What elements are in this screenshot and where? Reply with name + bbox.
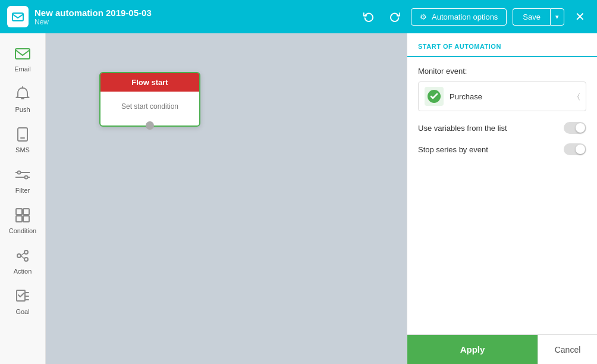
goal-label: Goal: [15, 308, 29, 315]
close-button[interactable]: ✕: [570, 7, 590, 26]
event-selector[interactable]: Purchase 〈: [418, 81, 586, 111]
sidebar-item-sms[interactable]: SMS: [2, 120, 43, 158]
toggle-variables[interactable]: [564, 122, 586, 134]
automation-options-button[interactable]: ⚙ Automation options: [411, 8, 507, 26]
close-icon: ✕: [575, 10, 585, 23]
svg-point-6: [18, 171, 21, 174]
toggle-variables-row: Use variables from the list: [418, 122, 586, 134]
automation-status: New: [34, 18, 353, 26]
svg-line-20: [21, 256, 24, 259]
redo-button[interactable]: [385, 8, 405, 26]
canvas[interactable]: Flow start Set start condition: [46, 33, 407, 364]
svg-rect-12: [16, 209, 22, 215]
event-name: Purchase: [450, 92, 571, 101]
flow-start-card[interactable]: Flow start Set start condition: [99, 72, 200, 127]
automation-options-label: Automation options: [432, 12, 498, 21]
sidebar: Email Push SMS: [0, 33, 46, 364]
goal-icon: [13, 287, 32, 306]
save-button[interactable]: Save: [513, 8, 550, 26]
apply-button[interactable]: Apply: [407, 335, 538, 364]
panel-content: Monitor event: Purchase 〈 Use variables …: [407, 57, 597, 334]
sidebar-item-action[interactable]: Action: [2, 241, 43, 280]
svg-point-17: [24, 250, 28, 254]
right-panel: START OF AUTOMATION Monitor event: Purch…: [407, 33, 597, 364]
email-icon: [13, 44, 32, 63]
toggle-variables-label: Use variables from the list: [418, 124, 507, 133]
save-button-group: Save ▾: [513, 8, 564, 26]
title-block: New automation 2019-05-03 New: [34, 8, 353, 26]
undo-button[interactable]: [359, 8, 379, 26]
main-layout: Email Push SMS: [0, 33, 597, 364]
header: New automation 2019-05-03 New ⚙ Automati…: [0, 0, 597, 33]
save-dropdown-button[interactable]: ▾: [550, 8, 564, 26]
svg-rect-1: [15, 49, 30, 59]
flow-connector: [146, 121, 154, 130]
svg-point-18: [24, 258, 28, 261]
flow-card-body: Set start condition: [100, 92, 199, 121]
flow-card-header: Flow start: [100, 73, 199, 92]
panel-footer: Apply Cancel: [407, 334, 597, 364]
svg-rect-14: [16, 216, 22, 222]
monitor-event-label: Monitor event:: [418, 67, 586, 76]
toggle-series-label: Stop series by event: [418, 145, 488, 154]
push-label: Push: [15, 106, 30, 113]
svg-rect-15: [23, 216, 29, 222]
chevron-down-icon: ▾: [555, 13, 559, 20]
svg-rect-13: [23, 209, 29, 215]
automation-title: New automation 2019-05-03: [34, 8, 353, 18]
condition-icon: [13, 206, 32, 225]
gear-icon: ⚙: [420, 12, 427, 21]
panel-section-title: START OF AUTOMATION: [418, 43, 586, 50]
condition-label: Condition: [9, 227, 36, 234]
sidebar-item-filter[interactable]: Filter: [2, 161, 43, 199]
filter-label: Filter: [15, 187, 30, 194]
sms-icon: [13, 125, 32, 144]
svg-rect-0: [12, 13, 23, 21]
push-icon: [13, 84, 32, 103]
panel-header: START OF AUTOMATION: [407, 33, 597, 57]
event-purchase-icon: [425, 87, 444, 106]
filter-icon: [13, 165, 32, 184]
cancel-button[interactable]: Cancel: [538, 335, 597, 364]
sidebar-item-email[interactable]: Email: [2, 39, 43, 77]
app-logo: [7, 6, 29, 27]
sidebar-item-condition[interactable]: Condition: [2, 201, 43, 239]
action-icon: [13, 246, 32, 265]
action-label: Action: [14, 268, 32, 275]
email-label: Email: [14, 65, 31, 73]
sidebar-item-push[interactable]: Push: [2, 80, 43, 118]
event-chevron-icon: 〈: [577, 92, 580, 101]
svg-point-16: [17, 254, 21, 258]
toggle-series[interactable]: [564, 143, 586, 155]
svg-point-7: [25, 176, 28, 179]
sidebar-item-goal[interactable]: Goal: [2, 282, 43, 320]
sms-label: SMS: [15, 146, 30, 153]
toggle-series-row: Stop series by event: [418, 143, 586, 155]
svg-rect-4: [18, 128, 27, 141]
svg-line-19: [21, 253, 24, 256]
